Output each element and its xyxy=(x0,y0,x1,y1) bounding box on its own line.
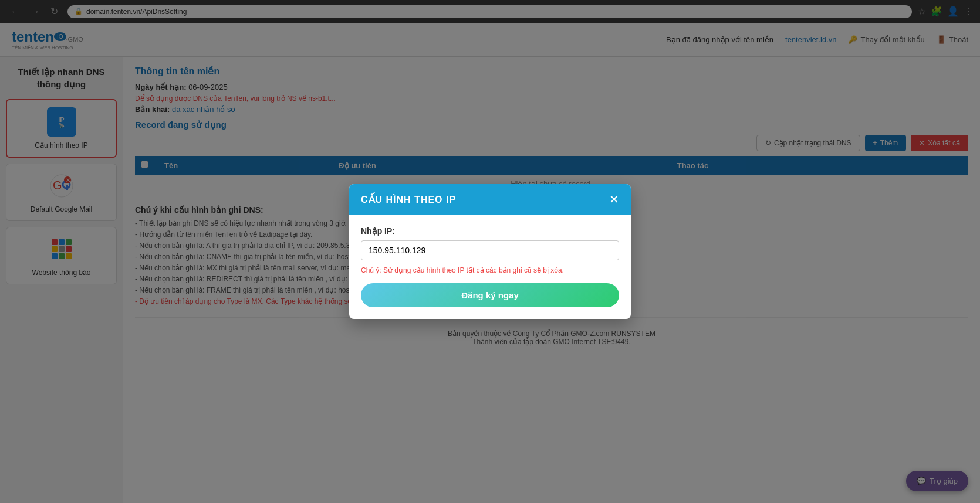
modal-overlay: CẤU HÌNH THEO IP ✕ Nhập IP: Chú ý: Sử dụ… xyxy=(0,0,980,503)
modal-dialog: CẤU HÌNH THEO IP ✕ Nhập IP: Chú ý: Sử dụ… xyxy=(349,184,631,319)
modal-ip-input[interactable] xyxy=(361,240,619,260)
modal-ip-label: Nhập IP: xyxy=(361,226,619,236)
modal-submit-button[interactable]: Đăng ký ngay xyxy=(361,283,619,307)
modal-title: CẤU HÌNH THEO IP xyxy=(361,194,456,205)
modal-warning-text: Chú ý: Sử dụng cấu hình theo IP tất cả c… xyxy=(361,266,619,274)
modal-body: Nhập IP: Chú ý: Sử dụng cấu hình theo IP… xyxy=(349,215,631,319)
modal-header: CẤU HÌNH THEO IP ✕ xyxy=(349,184,631,215)
modal-close-button[interactable]: ✕ xyxy=(609,192,619,206)
